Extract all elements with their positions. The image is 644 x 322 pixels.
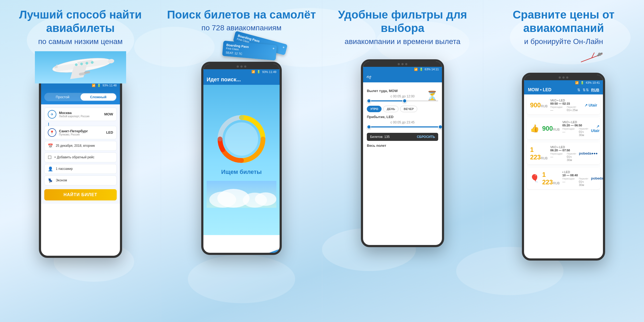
flight3-airline: pobeda●●● [579,151,598,155]
hourglass-icon: ⏳ [426,90,438,102]
flight2-time: 05:20 — 06:50 [562,124,588,127]
btn-evening[interactable]: ВЕЧЕР [400,106,417,112]
date-value: 25 декабря, 2018, вторник [56,144,95,148]
reset-button[interactable]: СБРОСИТЬ [417,135,435,139]
battery-icon: 🔋 [97,84,101,87]
battery-icon2: 🔋 [257,70,261,74]
return-label: + Добавить обратный рейс [54,155,94,159]
flights-list: 900RUB VKO • LED 00:50 — 02:15 Пересадки… [524,96,603,189]
flight3-price: 1 223RUB [530,146,547,161]
flight1-price: 900RUB [530,101,547,109]
sort-icon[interactable]: ⇅⇅ [583,88,589,92]
from-field[interactable]: ✈ Москва Любой аэропорт, Россия MOW [44,108,117,121]
from-code: MOW [104,112,113,116]
header-controls: ⇅ ⇅⇅ RUB [577,88,599,92]
to-icon: 📍 [48,128,56,137]
flight-card-1[interactable]: 900RUB VKO • LED 00:50 — 02:15 Пересадки… [527,96,600,114]
battery-icon3: 🔋 [419,68,423,71]
flight4-time: 10 — 08:40 [562,174,588,177]
flight4-airline: pobeda●●● [591,176,605,180]
tickets-count: Билетов: 135 [370,135,390,139]
panel-results: Сравните цены от авиакомпаний и бронируй… [483,0,644,322]
wifi-icon: 📶 [92,84,96,87]
filter-icon[interactable]: ⇅ [577,88,580,92]
phone2-header: Идет поиск... [203,74,280,85]
tab-complex[interactable]: Сложный [80,93,116,101]
phone1: 📶 🔋 93% 11:48 Простой Сложный ✈ Москва Л… [39,75,122,258]
battery-icon4: 🔋 [580,81,584,85]
from-sub: Любой аэропорт, Россия [59,115,102,118]
arrival-slider[interactable] [367,126,438,127]
flight4-route: • LED [562,170,588,174]
thumb-up-icon: 👍 [530,124,539,133]
phone1-statusbar: 📶 🔋 93% 11:48 [41,83,120,88]
date-field[interactable]: 📅 25 декабря, 2018, вторник [44,141,117,151]
full-flight-label: Весь полет [367,144,438,148]
person-icon: 👤 [48,166,53,171]
tab-simple[interactable]: Простой [45,93,80,101]
class-field[interactable]: 💺 Эконом [44,175,117,185]
flight3-route: VKO • LED [550,145,576,149]
panel2-title: Поиск билетов на самолёт [167,8,316,21]
flight3-time: 06:20 — 07:50 [550,149,576,152]
bp1-plane-icon: ✈ [282,46,285,49]
filter-footer-bar: Билетов: 135 СБРОСИТЬ [367,133,438,141]
btn-morning[interactable]: УТРО [367,106,382,112]
phone3-notch [363,61,442,67]
seat-icon: 💺 [48,178,53,183]
small-plane-area [517,51,610,73]
passengers-field[interactable]: 👤 1 пассажир [44,164,117,174]
panel4-title: Сравните цены от авиакомпаний [489,8,639,35]
from-city: Москва [59,111,102,115]
checkbox-icon: ☐ [48,155,52,160]
departure-slider[interactable] [367,100,438,101]
flight4-price: 1 223RUB [542,171,559,186]
flight2-price: 900RUB [542,125,559,132]
small-plane-icon [578,51,605,65]
calendar-icon: 📅 [48,143,53,148]
panel4-subtitle: и бронируйте Он-Лайн [524,37,603,46]
flight2-route: VKO • LED [562,120,588,124]
wifi-icon4: 📶 [575,81,579,85]
phone2-statusbar: 📶 🔋 93% 11:49 [203,69,280,74]
svg-point-19 [255,192,276,206]
flight-card-2[interactable]: 👍 900RUB VKO • LED 05:20 — 06:50 Пересад… [527,118,600,139]
searching-text: Идет поиск... [207,76,241,82]
flight1-route: VKO • LED [550,99,582,102]
return-field[interactable]: ☐ + Добавить обратный рейс [44,152,117,162]
flight1-time: 00:50 — 02:15 [550,102,582,105]
flight2-airline: ↗ Utair [591,124,600,133]
phone4: 📶 🔋 43% 10:41 MOW • LED ⇅ ⇅⇅ RUB [522,73,605,261]
svg-point-14 [225,122,258,156]
phone3-body: ⏳ Вылет туда, MOW с 00:05 до 12:00 УТРО … [363,82,442,153]
panel2-subtitle: по 728 авиакомпаниям [202,24,281,32]
phone4-header: MOW • LED ⇅ ⇅⇅ RUB [524,85,603,94]
currency-label[interactable]: RUB [591,88,599,92]
panel3-subtitle: авиакомпании и времени вылета [345,37,460,46]
panel1-title: Лучший способ найти авиабилеты [5,8,155,35]
to-city: Санкт-Петербург [59,129,104,133]
phone3: 📶 🔋 63% 14:11 🛩 ⏳ Вылет туда, MOW с 00:0… [361,59,444,247]
flight-card-3[interactable]: 1 223RUB VKO • LED 06:20 — 07:50 Пересад… [527,143,600,164]
phone1-body: ✈ Москва Любой аэропорт, Россия MOW 📍 Са… [41,104,120,204]
btn-day[interactable]: ДЕНЬ [383,106,398,112]
cloud-scene [207,181,276,208]
to-field[interactable]: 📍 Санкт-Петербург Пулково, Россия LED [44,126,117,139]
to-sub: Пулково, Россия [59,133,104,136]
panel-search: Лучший способ найти авиабилеты по самым … [0,0,161,322]
search-button[interactable]: НАЙТИ БИЛЕТ [44,189,117,200]
class-value: Эконом [56,178,67,182]
wifi-icon3: 📶 [414,68,418,71]
flight1-airline: ↗ Utair [584,103,597,107]
panel3-title: Удобные фильтры для выбора [328,8,478,35]
panel1-subtitle: по самым низким ценам [38,37,123,46]
spinner [215,112,268,166]
phone1-header: Простой Сложный [41,88,120,104]
to-code: LED [106,130,113,134]
flight-card-4[interactable]: 🎈 1 223RUB • LED 10 — 08:40 Пересадки — [527,168,600,189]
from-icon: ✈ [48,110,56,119]
arrival-title: Прибытие, LED [367,115,438,119]
tab-bar: Простой Сложный [44,93,117,101]
panel-filters: Удобные фильтры для выбора авиакомпании … [322,0,483,322]
time-buttons: УТРО ДЕНЬ ВЕЧЕР [367,106,438,112]
